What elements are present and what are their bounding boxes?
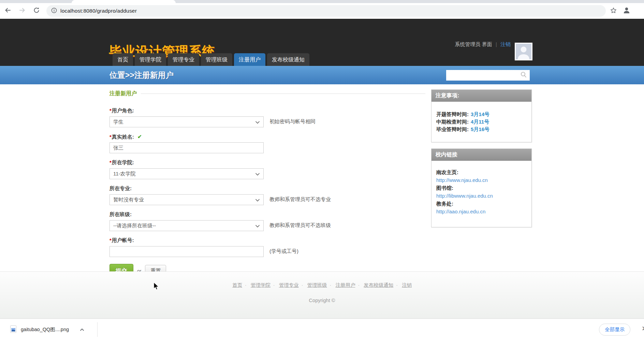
campus-link-url[interactable]: http://www.njau.edu.cn xyxy=(436,176,527,184)
forward-button[interactable] xyxy=(16,5,29,17)
tab-home[interactable]: 首页 xyxy=(113,53,133,66)
copyright: Copyright © xyxy=(0,298,644,303)
footer-link-logout[interactable]: 注销 xyxy=(402,282,412,288)
logout-link[interactable]: 注销 xyxy=(500,41,511,47)
search-input[interactable] xyxy=(446,70,530,81)
user-role-select[interactable]: 学生 xyxy=(109,116,264,127)
footer: 首页· 管理学院· 管理专业· 管理班级· 注册用户· 发布校级通知· 注销 C… xyxy=(0,271,644,318)
campus-links-box: 校内链接 南农主页: http://www.njau.edu.cn 图书馆: h… xyxy=(431,148,532,227)
toolbar-right xyxy=(610,6,631,16)
required-mark: * xyxy=(109,237,112,243)
address-bar[interactable]: localhost:8080/gradpro/adduser xyxy=(46,5,606,17)
field-class: 所在班级: --请选择所在班级-- 教师和系管理员可不选班级 xyxy=(109,211,264,231)
breadcrumb: 位置>>注册新用户 xyxy=(109,66,174,84)
note-date: 5月16号 xyxy=(471,126,489,132)
bookmark-star-icon[interactable] xyxy=(610,7,617,15)
download-filename: gaitubao_QQ图....png xyxy=(21,326,69,333)
tab-publish-notice[interactable]: 发布校级通知 xyxy=(267,53,309,66)
chevron-down-icon xyxy=(255,171,260,177)
major-hint: 教师和系管理员可不选专业 xyxy=(269,196,331,203)
mouse-cursor xyxy=(153,282,160,292)
footer-link-register-user[interactable]: 注册用户 xyxy=(335,282,355,288)
footer-links: 首页· 管理学院· 管理专业· 管理班级· 注册用户· 发布校级通知· 注销 xyxy=(0,282,644,288)
field-real-name: *真实姓名:✔ xyxy=(109,133,264,153)
reload-icon xyxy=(33,7,40,15)
campus-link-label: 图书馆: xyxy=(436,184,527,192)
back-button[interactable] xyxy=(1,5,14,17)
footer-link-publish-notice[interactable]: 发布校级通知 xyxy=(364,282,393,288)
browser-profile-icon[interactable] xyxy=(623,6,631,16)
back-icon xyxy=(4,6,12,15)
field-college: *所在学院: 11-农学院 xyxy=(109,159,264,179)
footer-link-manage-major[interactable]: 管理专业 xyxy=(279,282,299,288)
required-mark: * xyxy=(109,134,112,140)
chevron-down-icon xyxy=(255,119,260,125)
footer-link-manage-class[interactable]: 管理班级 xyxy=(307,282,327,288)
field-account: *用户帐号: (学号或工号) xyxy=(109,237,264,257)
register-form: 注册新用户 *用户角色: 学生 初始密码与帐号相同 *真实姓名:✔ *所在学院: xyxy=(109,84,425,278)
footer-link-manage-college[interactable]: 管理学院 xyxy=(251,282,270,288)
college-label: *所在学院: xyxy=(109,159,264,166)
search-icon[interactable] xyxy=(520,71,527,80)
chevron-down-icon xyxy=(255,223,260,229)
real-name-input[interactable] xyxy=(109,142,264,153)
user-role-label: *用户角色: xyxy=(109,108,264,114)
campus-link-url[interactable]: http://aao.njau.edu.cn xyxy=(436,208,527,215)
campus-link-label: 南农主页: xyxy=(436,168,527,176)
required-mark: * xyxy=(109,108,112,113)
required-mark: * xyxy=(109,159,112,165)
show-all-downloads-button[interactable]: 全部显示 xyxy=(599,324,630,336)
browser-toolbar: localhost:8080/gradpro/adduser xyxy=(0,3,644,19)
class-select[interactable]: --请选择所在班级-- xyxy=(109,220,264,231)
image-file-icon xyxy=(10,325,16,334)
notes-box: 注意事项: 开题答辩时间:3月14号 中期检查时间:4月11号 毕业答辩时间:5… xyxy=(431,89,532,142)
avatar xyxy=(515,43,532,60)
major-label: 所在专业: xyxy=(109,185,264,192)
note-item: 开题答辩时间:3月14号 xyxy=(436,111,527,118)
info-icon[interactable] xyxy=(51,8,57,15)
notes-title: 注意事项: xyxy=(431,90,531,102)
field-user-role: *用户角色: 学生 初始密码与帐号相同 xyxy=(109,108,264,127)
browser-active-tab[interactable] xyxy=(72,0,176,3)
campus-link-label: 教务处: xyxy=(436,200,527,208)
tab-manage-college[interactable]: 管理学院 xyxy=(135,53,166,66)
form-legend-row: 注册新用户 xyxy=(109,90,425,97)
class-hint: 教师和系管理员可不选班级 xyxy=(269,222,331,229)
college-select[interactable]: 11-农学院 xyxy=(109,168,264,179)
tab-register-user[interactable]: 注册用户 xyxy=(234,53,265,66)
main-nav: 首页 管理学院 管理专业 管理班级 注册用户 发布校级通知 xyxy=(113,53,309,66)
tab-manage-class[interactable]: 管理班级 xyxy=(201,53,232,66)
password-hint: 初始密码与帐号相同 xyxy=(269,118,316,125)
reload-button[interactable] xyxy=(30,5,43,17)
breadcrumb-bar: 位置>>注册新用户 xyxy=(0,66,644,84)
browser-tab-strip xyxy=(0,0,644,3)
forward-icon xyxy=(18,6,26,15)
note-item: 毕业答辩时间:5月16号 xyxy=(436,126,527,133)
sidebar: 注意事项: 开题答辩时间:3月14号 中期检查时间:4月11号 毕业答辩时间:5… xyxy=(431,89,532,233)
campus-link-url[interactable]: http://libwww.njau.edu.cn xyxy=(436,192,527,200)
legend-divider xyxy=(141,94,425,94)
class-label: 所在班级: xyxy=(109,211,264,218)
account-label: *用户帐号: xyxy=(109,237,264,244)
note-date: 3月14号 xyxy=(471,111,489,117)
account-row: 系统管理员 界面 | 注销 xyxy=(455,41,511,48)
account-separator: | xyxy=(496,41,497,47)
note-item: 中期检查时间:4月11号 xyxy=(436,118,527,126)
site-header: 毕业设计管理系统 系统管理员 界面 | 注销 欢迎您: admin · 身份: … xyxy=(0,19,644,66)
download-bar: gaitubao_QQ图....png 全部显示 ✕ xyxy=(0,318,644,340)
footer-link-home[interactable]: 首页 xyxy=(232,282,242,288)
chevron-down-icon xyxy=(255,197,260,203)
campus-links-title: 校内链接 xyxy=(431,149,531,161)
major-select[interactable]: 暂时没有专业 xyxy=(109,194,264,205)
download-bar-divider xyxy=(97,322,98,337)
valid-check-icon: ✔ xyxy=(137,134,142,140)
tab-manage-major[interactable]: 管理专业 xyxy=(168,53,199,66)
url-text: localhost:8080/gradpro/adduser xyxy=(60,8,137,14)
chevron-up-icon[interactable] xyxy=(80,328,84,331)
real-name-label: *真实姓名:✔ xyxy=(109,133,264,140)
download-item[interactable]: gaitubao_QQ图....png xyxy=(10,319,84,340)
account-input[interactable] xyxy=(109,246,264,257)
close-icon[interactable]: ✕ xyxy=(642,325,644,332)
form-legend: 注册新用户 xyxy=(109,90,137,97)
account-hint: (学号或工号) xyxy=(269,248,298,255)
